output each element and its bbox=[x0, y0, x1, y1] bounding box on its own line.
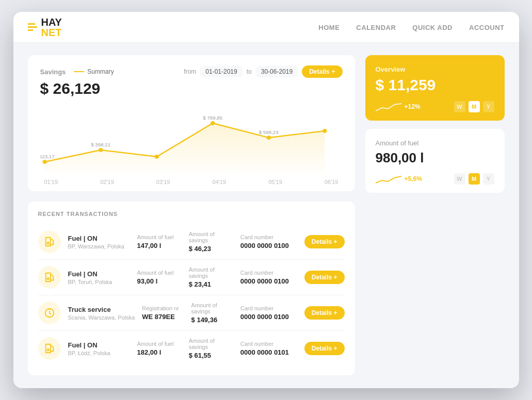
overview-footer: +12% W M Y bbox=[376, 101, 494, 112]
table-row: Truck service Scania, Warszawa, Polska R… bbox=[38, 295, 345, 331]
chart-point bbox=[98, 148, 103, 152]
trend-chart-icon bbox=[376, 102, 401, 112]
fuel-icon bbox=[44, 272, 55, 283]
savings-chart: $ 523,17 $ 398,21 $ 789,85 $ 598,23 01'1… bbox=[40, 103, 343, 185]
chart-value-label: $ 398,21 bbox=[91, 142, 110, 147]
from-label: from bbox=[184, 68, 196, 75]
svg-point-1 bbox=[47, 278, 49, 280]
transaction-title: Fuel | ON bbox=[68, 235, 130, 242]
savings-amount: $ 26,129 bbox=[40, 80, 343, 97]
transaction-fuel-col: Amount of fuel 93,00 l bbox=[137, 270, 182, 285]
logo: HAY NET bbox=[28, 17, 62, 38]
nav-calendar[interactable]: CALENDAR bbox=[356, 23, 396, 32]
service-icon bbox=[44, 307, 55, 319]
overview-period-switcher: W M Y bbox=[454, 101, 494, 112]
transaction-info: Fuel | ON BP, Łódź, Polska bbox=[68, 341, 130, 356]
savings-details-button[interactable]: Details + bbox=[302, 65, 342, 78]
summary-line bbox=[74, 71, 84, 72]
date-range: from 01-01-2019 to 30-06-2019 Details + bbox=[184, 65, 342, 78]
nav-home[interactable]: HOME bbox=[318, 23, 340, 32]
overview-card: Overview $ 11,259 +12% W M Y bbox=[365, 55, 505, 121]
transaction-card-col: Card number 0000 0000 0100 bbox=[240, 270, 297, 285]
transaction-card-col: Card number 0000 0000 0100 bbox=[240, 234, 297, 249]
transaction-card-col: Card number 0000 0000 0101 bbox=[240, 341, 297, 356]
transaction-info: Fuel | ON BP, Warszawa, Polska bbox=[68, 235, 130, 249]
fuel-card-footer: +5,6% W M Y bbox=[376, 173, 494, 185]
transaction-savings-col: Amount of savings $ 23,41 bbox=[189, 266, 233, 288]
to-date[interactable]: 30-06-2019 bbox=[256, 66, 298, 77]
chart-point bbox=[322, 129, 327, 133]
fuel-icon bbox=[44, 343, 55, 354]
period-w-button[interactable]: W bbox=[454, 101, 465, 112]
fuel-icon bbox=[44, 236, 55, 247]
left-panel: Savings Summary from 01-01-2019 to 30-06… bbox=[28, 55, 355, 375]
fuel-period-m-button[interactable]: M bbox=[469, 173, 480, 185]
transaction-fuel-col: Amount of fuel 147,00 l bbox=[137, 234, 182, 249]
table-row: Fuel | ON BP, Łódź, Polska Amount of fue… bbox=[38, 331, 345, 366]
nav-links: HOME CALENDAR QUICK ADD ACCOUNT bbox=[318, 23, 504, 32]
transaction-details-button[interactable]: Details + bbox=[304, 271, 345, 284]
chart-x-label: 05'19 bbox=[268, 179, 282, 185]
transactions-section: RECENT TRANSACTIONS Fuel | ON BP, Warsza… bbox=[28, 202, 355, 375]
svg-point-3 bbox=[47, 349, 49, 351]
savings-card: Savings Summary from 01-01-2019 to 30-06… bbox=[28, 55, 355, 191]
transaction-savings-col: Amount of savings $ 61,55 bbox=[189, 338, 233, 359]
savings-summary: Summary bbox=[74, 68, 114, 75]
table-row: Fuel | ON BP, Warszawa, Polska Amount of… bbox=[38, 224, 345, 260]
transaction-title: Truck service bbox=[68, 306, 135, 313]
transaction-subtitle: BP, Łódź, Polska bbox=[68, 350, 130, 356]
transaction-info: Fuel | ON BP, Toruń, Polska bbox=[68, 270, 130, 285]
transaction-details-button[interactable]: Details + bbox=[304, 235, 345, 248]
fuel-trend: +5,6% bbox=[376, 174, 422, 184]
chart-value-label: $ 523,17 bbox=[40, 154, 55, 159]
transaction-details-button[interactable]: Details + bbox=[304, 342, 345, 355]
fuel-trend-pct: +5,6% bbox=[405, 175, 422, 182]
period-y-button[interactable]: Y bbox=[483, 101, 494, 112]
overview-amount: $ 11,259 bbox=[376, 76, 494, 94]
chart-point bbox=[42, 160, 47, 164]
transaction-title: Fuel | ON bbox=[68, 341, 130, 349]
transaction-subtitle: Scania, Warszawa, Polska bbox=[68, 314, 135, 321]
chart-x-labels: 01'19 02'19 03'19 04'19 05'19 06'19 bbox=[40, 177, 343, 185]
fuel-period-w-button[interactable]: W bbox=[454, 173, 465, 185]
transaction-icon bbox=[38, 266, 61, 289]
chart-x-label: 01'19 bbox=[44, 179, 58, 185]
logo-net: NET bbox=[41, 27, 62, 38]
fuel-card: Amount of fuel 980,00 l +5,6% W M Y bbox=[365, 129, 505, 193]
transaction-savings-col: Amount of savings $ 149,36 bbox=[191, 302, 233, 324]
chart-value-label: $ 598,23 bbox=[259, 129, 278, 135]
transaction-subtitle: BP, Toruń, Polska bbox=[68, 279, 130, 285]
transaction-icon bbox=[38, 230, 61, 253]
chart-x-label: 04'19 bbox=[213, 179, 227, 185]
svg-point-0 bbox=[47, 242, 49, 244]
logo-hay: HAY bbox=[41, 16, 62, 28]
fuel-card-amount: 980,00 l bbox=[376, 150, 494, 166]
chart-x-label: 06'19 bbox=[325, 179, 338, 185]
period-m-button[interactable]: M bbox=[469, 101, 480, 112]
overview-label: Overview bbox=[376, 65, 494, 73]
transaction-details-button[interactable]: Details + bbox=[304, 306, 345, 320]
fuel-card-label: Amount of fuel bbox=[376, 139, 494, 147]
transaction-fuel-col: Amount of fuel 182,00 l bbox=[137, 341, 182, 356]
overview-trend: +12% bbox=[376, 102, 421, 112]
chart-fill bbox=[44, 123, 325, 172]
main-content: Savings Summary from 01-01-2019 to 30-06… bbox=[13, 43, 519, 388]
transaction-card-col: Card number 0000 0000 0100 bbox=[240, 305, 297, 321]
fuel-period-y-button[interactable]: Y bbox=[483, 173, 494, 185]
navbar: HAY NET HOME CALENDAR QUICK ADD ACCOUNT bbox=[13, 12, 519, 43]
overview-trend-pct: +12% bbox=[405, 103, 421, 110]
transactions-title: RECENT TRANSACTIONS bbox=[38, 211, 345, 217]
transaction-registration-col: Registration nr WE 879EE bbox=[142, 305, 184, 321]
from-date[interactable]: 01-01-2019 bbox=[200, 66, 242, 77]
nav-account[interactable]: ACCOUNT bbox=[469, 23, 505, 32]
savings-label: Savings bbox=[40, 68, 66, 76]
chart-x-label: 03'19 bbox=[156, 179, 170, 185]
chart-point bbox=[210, 121, 215, 125]
chart-svg: $ 523,17 $ 398,21 $ 789,85 $ 598,23 bbox=[40, 103, 343, 175]
logo-icon bbox=[28, 23, 37, 31]
transaction-subtitle: BP, Warszawa, Polska bbox=[68, 243, 130, 249]
trend-chart-icon bbox=[376, 174, 401, 184]
nav-quick-add[interactable]: QUICK ADD bbox=[412, 23, 453, 32]
transaction-icon bbox=[38, 302, 61, 324]
summary-label: Summary bbox=[87, 68, 114, 75]
